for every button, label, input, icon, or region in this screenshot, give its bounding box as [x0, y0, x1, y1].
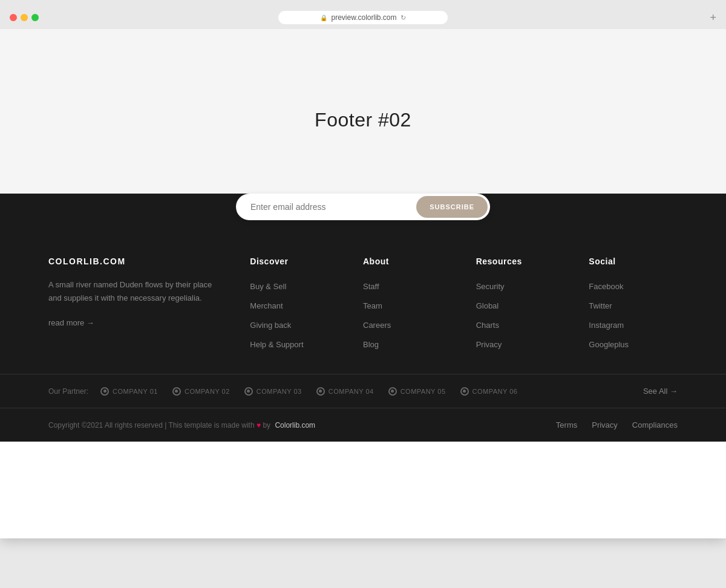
- maximize-button[interactable]: [31, 14, 39, 21]
- list-item: Twitter: [589, 300, 678, 311]
- footer-brand-column: COLORLIB.COM A small river named Duden f…: [48, 256, 226, 350]
- footer-legal-links: Terms Privacy Compliances: [556, 420, 678, 430]
- partner-dot-icon: [460, 387, 469, 396]
- charts-link[interactable]: Charts: [476, 321, 499, 330]
- partner-name-1: COMPANY 01: [113, 388, 158, 395]
- address-bar[interactable]: 🔒 preview.colorlib.com ↻: [278, 11, 448, 24]
- staff-link[interactable]: Staff: [363, 282, 379, 291]
- resources-links: Security Global Charts Privacy: [476, 281, 565, 350]
- list-item: Privacy: [476, 339, 565, 350]
- about-title: About: [363, 256, 452, 266]
- buy-sell-link[interactable]: Buy & Sell: [250, 282, 286, 291]
- read-more-link[interactable]: read more →: [48, 318, 94, 327]
- instagram-link[interactable]: Instagram: [589, 321, 624, 330]
- footer: SUBSCRIBE COLORLIB.COM A small river nam…: [0, 194, 726, 442]
- about-column: About Staff Team Careers Blog: [363, 256, 452, 350]
- lock-icon: 🔒: [320, 15, 327, 21]
- resources-title: Resources: [476, 256, 565, 266]
- subscribe-button[interactable]: SUBSCRIBE: [416, 196, 488, 218]
- by-label: by: [263, 421, 270, 430]
- close-button[interactable]: [10, 14, 17, 21]
- partners-label: Our Partner:: [48, 387, 88, 396]
- list-item: Blog: [363, 339, 452, 350]
- about-links: Staff Team Careers Blog: [363, 281, 452, 350]
- list-item: Giving back: [250, 319, 339, 330]
- partner-name-5: COMPANY 05: [401, 388, 446, 395]
- list-item: Security: [476, 281, 565, 292]
- team-link[interactable]: Team: [363, 301, 382, 310]
- browser-window: Footer #02 SUBSCRIBE COLORLIB.COM A smal…: [0, 29, 726, 538]
- privacy-legal-link[interactable]: Privacy: [592, 420, 618, 430]
- partner-name-4: COMPANY 04: [329, 388, 374, 395]
- partner-dot-icon: [172, 387, 181, 396]
- brand-name: COLORLIB.COM: [48, 256, 226, 266]
- giving-back-link[interactable]: Giving back: [250, 321, 291, 330]
- privacy-link[interactable]: Privacy: [476, 340, 502, 349]
- see-all-link[interactable]: See All →: [643, 387, 678, 396]
- partner-name-2: COMPANY 02: [185, 388, 230, 395]
- minimize-button[interactable]: [21, 14, 28, 21]
- merchant-link[interactable]: Merchant: [250, 301, 283, 310]
- googleplus-link[interactable]: Googleplus: [589, 340, 629, 349]
- careers-link[interactable]: Careers: [363, 321, 391, 330]
- heart-icon: ♥: [257, 421, 261, 430]
- compliances-link[interactable]: Compliances: [632, 420, 678, 430]
- footer-content: COLORLIB.COM A small river named Duden f…: [0, 220, 726, 374]
- partner-name-3: COMPANY 03: [257, 388, 302, 395]
- global-link[interactable]: Global: [476, 301, 499, 310]
- subscribe-form: SUBSCRIBE: [236, 194, 490, 220]
- list-item: Merchant: [250, 300, 339, 311]
- list-item: Global: [476, 300, 565, 311]
- list-item: Instagram: [589, 319, 678, 330]
- colorlib-link[interactable]: Colorlib.com: [275, 421, 315, 430]
- social-title: Social: [589, 256, 678, 266]
- subscribe-bar: SUBSCRIBE: [0, 194, 726, 220]
- partner-item-2[interactable]: COMPANY 02: [172, 387, 230, 396]
- partner-dot-icon: [316, 387, 325, 396]
- below-footer: [0, 442, 726, 538]
- partners-bar: Our Partner: COMPANY 01 COMPANY 02 COMPA…: [0, 374, 726, 408]
- facebook-link[interactable]: Facebook: [589, 282, 623, 291]
- partner-item-6[interactable]: COMPANY 06: [460, 387, 518, 396]
- partner-item-5[interactable]: COMPANY 05: [388, 387, 446, 396]
- discover-title: Discover: [250, 256, 339, 266]
- terms-link[interactable]: Terms: [556, 420, 577, 430]
- refresh-icon[interactable]: ↻: [401, 14, 406, 22]
- browser-chrome: 🔒 preview.colorlib.com ↻ +: [0, 0, 726, 29]
- list-item: Buy & Sell: [250, 281, 339, 292]
- partners-list: COMPANY 01 COMPANY 02 COMPANY 03 COMPANY…: [100, 387, 631, 396]
- list-item: Staff: [363, 281, 452, 292]
- twitter-link[interactable]: Twitter: [589, 301, 612, 310]
- partner-item-1[interactable]: COMPANY 01: [100, 387, 158, 396]
- partner-dot-icon: [100, 387, 109, 396]
- url-text: preview.colorlib.com: [331, 13, 396, 22]
- page-title: Footer #02: [315, 109, 411, 131]
- partner-name-6: COMPANY 06: [473, 388, 518, 395]
- discover-column: Discover Buy & Sell Merchant Giving back…: [250, 256, 339, 350]
- help-support-link[interactable]: Help & Support: [250, 340, 303, 349]
- footer-bottom: Copyright ©2021 All rights reserved | Th…: [0, 408, 726, 442]
- partner-item-3[interactable]: COMPANY 03: [244, 387, 302, 396]
- footer-grid: COLORLIB.COM A small river named Duden f…: [48, 256, 678, 350]
- partner-item-4[interactable]: COMPANY 04: [316, 387, 374, 396]
- copyright-label: Copyright ©2021 All rights reserved | Th…: [48, 421, 255, 430]
- security-link[interactable]: Security: [476, 282, 505, 291]
- list-item: Charts: [476, 319, 565, 330]
- list-item: Googleplus: [589, 339, 678, 350]
- list-item: Help & Support: [250, 339, 339, 350]
- partner-dot-icon: [244, 387, 253, 396]
- add-tab-button[interactable]: +: [710, 11, 716, 24]
- discover-links: Buy & Sell Merchant Giving back Help & S…: [250, 281, 339, 350]
- traffic-lights: [10, 14, 39, 21]
- page-hero: Footer #02: [0, 29, 726, 211]
- copyright-text: Copyright ©2021 All rights reserved | Th…: [48, 421, 315, 430]
- list-item: Team: [363, 300, 452, 311]
- partner-dot-icon: [388, 387, 397, 396]
- resources-column: Resources Security Global Charts Privacy: [476, 256, 565, 350]
- email-input[interactable]: [236, 194, 414, 220]
- list-item: Facebook: [589, 281, 678, 292]
- list-item: Careers: [363, 319, 452, 330]
- blog-link[interactable]: Blog: [363, 340, 379, 349]
- brand-description: A small river named Duden flows by their…: [48, 278, 226, 305]
- social-links: Facebook Twitter Instagram Googleplus: [589, 281, 678, 350]
